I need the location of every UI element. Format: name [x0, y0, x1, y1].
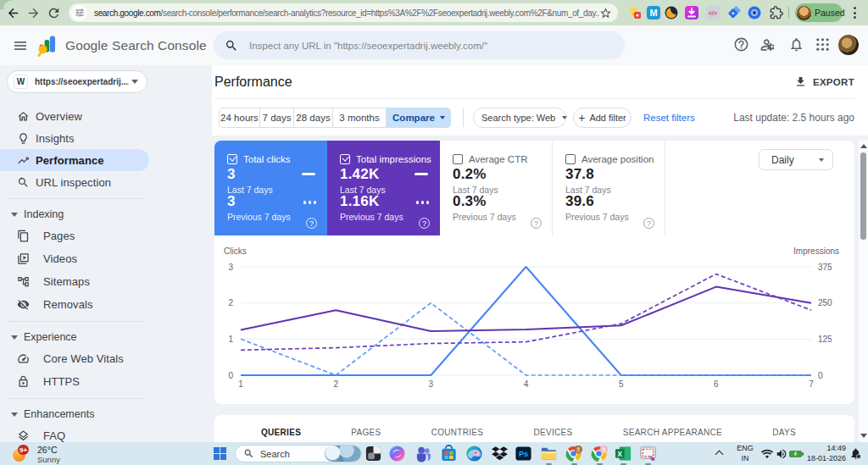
total-clicks-card[interactable]: Total clicks 3 Last 7 days 3 Previous 7 … [214, 141, 327, 235]
collapse-triangle-icon [11, 412, 18, 417]
weather-condition: Sunny [37, 455, 60, 464]
extension-downloader-icon[interactable] [685, 6, 698, 19]
tray-expand-chevron[interactable] [716, 450, 723, 457]
sidebar-item-performance[interactable]: Performance [0, 149, 149, 171]
sidebar-section-experience[interactable]: Experience [0, 327, 203, 347]
taskbar-dropbox-icon[interactable] [491, 445, 509, 462]
clock[interactable]: 14:49 18-01-2026 [788, 444, 846, 463]
extension-keyword-tool-icon[interactable] [628, 6, 642, 19]
extensions-puzzle-icon[interactable] [770, 6, 783, 19]
taskbar-search[interactable]: Search [235, 445, 362, 462]
taskbar-capture-icon[interactable] [639, 445, 657, 462]
export-button[interactable]: EXPORT [794, 75, 854, 88]
extension-mail-icon[interactable]: M [647, 6, 660, 19]
browser-back-button[interactable] [6, 6, 20, 20]
help-circle-icon[interactable]: ? [531, 218, 542, 229]
browser-forward-button[interactable] [26, 6, 41, 20]
search-console-logo [37, 36, 57, 57]
sidebar-item-core-web-vitals[interactable]: Core Web Vitals [0, 347, 203, 370]
range-3-months-button[interactable]: 3 months [332, 108, 387, 128]
taskbar-store-icon[interactable] [440, 445, 458, 462]
taskbar-teams-icon[interactable] [415, 445, 432, 462]
svg-text:M: M [649, 8, 657, 18]
scroll-down-arrow[interactable] [860, 434, 867, 438]
performance-chart[interactable]: 01230125250375ClicksImpressions1234567 [214, 242, 854, 399]
scroll-up-arrow[interactable] [860, 144, 867, 148]
taskbar-chrome-profile1-icon[interactable] [565, 445, 583, 462]
property-selector[interactable]: W https://seoexpertadrij.... [7, 70, 147, 93]
search-type-dropdown[interactable]: Search type: Web [473, 108, 566, 128]
checkbox-checked-icon[interactable] [227, 154, 237, 164]
language-indicator[interactable]: ENGIN [734, 444, 756, 463]
extension-moon-icon[interactable] [665, 6, 678, 19]
extension-tags-icon[interactable] [727, 6, 741, 19]
wifi-icon[interactable] [761, 448, 773, 460]
range-24-hours-button[interactable]: 24 hours [219, 108, 260, 128]
taskbar-chrome-profile2-icon[interactable] [591, 445, 609, 462]
notifications-bell-icon[interactable] [788, 36, 804, 53]
extension-camera-icon[interactable] [748, 6, 761, 19]
metric-value: 0.3% [453, 193, 487, 210]
apps-grid-icon[interactable] [815, 37, 830, 52]
tray-notification-bell-icon[interactable] [849, 447, 862, 460]
solid-line-legend-icon [302, 173, 315, 175]
granularity-dropdown[interactable]: Daily [759, 149, 833, 170]
sidebar-item-overview[interactable]: Overview [0, 105, 203, 127]
metric-value: 3 [227, 166, 236, 183]
site-settings-icon[interactable] [71, 5, 87, 21]
sidebar-item-https[interactable]: HTTPS [0, 370, 203, 393]
checkbox-unchecked-icon[interactable] [453, 154, 463, 164]
help-icon[interactable] [733, 36, 749, 53]
taskbar-photoshop-icon[interactable]: Ps [515, 445, 532, 462]
help-circle-icon[interactable]: ? [306, 218, 317, 229]
total-impressions-card[interactable]: Total impressions 1.42K Last 7 days 1.16… [327, 141, 440, 235]
scrollbar-thumb[interactable] [860, 152, 866, 240]
checkbox-unchecked-icon[interactable] [565, 154, 576, 164]
taskbar-weather-widget[interactable]: 9+ 26°C Sunny [13, 443, 60, 464]
add-filter-button[interactable]: + Add filter [573, 108, 632, 128]
account-avatar[interactable] [838, 35, 859, 55]
compare-button[interactable]: Compare [387, 108, 451, 128]
chevron-down-icon [819, 158, 824, 162]
taskbar-edge-icon[interactable] [465, 445, 483, 462]
sidebar-item-videos[interactable]: Videos [0, 247, 203, 270]
manage-account-icon[interactable] [760, 36, 776, 53]
help-circle-icon[interactable]: ? [643, 218, 654, 229]
url-text: search.google.com/search-console/perform… [94, 8, 599, 18]
sidebar-item-insights[interactable]: Insights [0, 127, 203, 149]
help-circle-icon[interactable]: ? [419, 218, 430, 229]
volume-icon[interactable] [776, 448, 787, 460]
tray-date: 18-01-2026 [788, 454, 846, 464]
sidebar-item-pages[interactable]: Pages [0, 224, 203, 247]
browser-menu-icon[interactable] [854, 5, 857, 20]
sidebar-item-sitemaps[interactable]: Sitemaps [0, 270, 203, 293]
address-bar[interactable]: search.google.com/search-console/perform… [69, 3, 618, 22]
svg-text:375: 375 [818, 263, 832, 272]
url-inspect-searchbox[interactable]: Inspect any URL in "https://seoexpertadr… [214, 31, 625, 59]
taskbar-copilot-icon[interactable] [388, 445, 406, 462]
sidebar-item-removals[interactable]: Removals [0, 293, 203, 316]
menu-hamburger-icon[interactable] [14, 42, 26, 50]
collapse-triangle-icon [11, 213, 18, 217]
browser-reload-button[interactable] [47, 6, 61, 20]
range-7-days-button[interactable]: 7 days [259, 108, 294, 128]
page-scrollbar[interactable] [859, 140, 868, 442]
sidebar-section-enhancements[interactable]: Enhancements [0, 404, 203, 424]
sidebar-section-indexing[interactable]: Indexing [0, 204, 203, 224]
svg-text:0: 0 [228, 371, 233, 380]
bookmark-star-icon[interactable] [599, 7, 612, 19]
reset-filters-link[interactable]: Reset filters [643, 113, 695, 123]
range-28-days-button[interactable]: 28 days [293, 108, 333, 128]
taskbar-excel-icon[interactable]: X [615, 445, 632, 462]
taskbar-dark-app-icon[interactable] [364, 445, 382, 462]
browser-profile-chip[interactable]: Paused [795, 3, 843, 22]
average-ctr-card[interactable]: Average CTR 0.2% Last 7 days 0.3% Previo… [440, 141, 553, 235]
search-highlight-image[interactable] [325, 446, 361, 462]
extension-code-icon[interactable]: </> [706, 6, 720, 19]
checkbox-checked-icon[interactable] [340, 154, 350, 164]
start-button[interactable] [214, 447, 226, 460]
average-position-card[interactable]: Average position 37.8 Last 7 days 39.6 P… [553, 141, 665, 235]
taskbar-file-explorer-icon[interactable] [540, 445, 558, 462]
chevron-down-icon [562, 116, 567, 119]
sidebar-item-url-inspection[interactable]: URL inspection [0, 171, 203, 193]
